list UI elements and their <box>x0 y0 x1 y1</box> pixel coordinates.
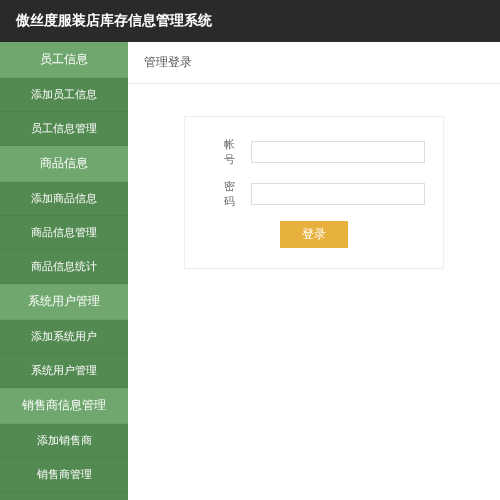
sidebar-group-sysuser[interactable]: 系统用户管理 <box>0 284 128 320</box>
sidebar-item-add-product[interactable]: 添加商品信息 <box>0 182 128 216</box>
main-container: 员工信息 添加员工信息 员工信息管理 商品信息 添加商品信息 商品信息管理 商品… <box>0 42 500 500</box>
app-header: 傲丝度服装店库存信息管理系统 <box>0 0 500 42</box>
sidebar-group-vendor[interactable]: 销售商信息管理 <box>0 388 128 424</box>
sidebar-item-manage-product[interactable]: 商品信息管理 <box>0 216 128 250</box>
login-button[interactable]: 登录 <box>280 221 348 248</box>
sidebar-item-add-vendor[interactable]: 添加销售商 <box>0 424 128 458</box>
form-row-password: 密 码 <box>203 179 425 209</box>
password-label: 密 码 <box>203 179 251 209</box>
account-input[interactable] <box>251 141 425 163</box>
sidebar-group-employee[interactable]: 员工信息 <box>0 42 128 78</box>
main-content: 管理登录 帐 号 密 码 登录 <box>128 42 500 500</box>
account-label: 帐 号 <box>203 137 251 167</box>
sidebar: 员工信息 添加员工信息 员工信息管理 商品信息 添加商品信息 商品信息管理 商品… <box>0 42 128 500</box>
sidebar-item-add-sysuser[interactable]: 添加系统用户 <box>0 320 128 354</box>
sidebar-item-stats-product[interactable]: 商品信息统计 <box>0 250 128 284</box>
sidebar-group-product[interactable]: 商品信息 <box>0 146 128 182</box>
login-form: 帐 号 密 码 登录 <box>184 116 444 269</box>
sidebar-item-add-employee[interactable]: 添加员工信息 <box>0 78 128 112</box>
sidebar-item-manage-vendor[interactable]: 销售商管理 <box>0 458 128 492</box>
button-row: 登录 <box>203 221 425 248</box>
panel-title: 管理登录 <box>128 42 500 84</box>
sidebar-item-manage-employee[interactable]: 员工信息管理 <box>0 112 128 146</box>
app-title: 傲丝度服装店库存信息管理系统 <box>16 12 212 28</box>
password-input[interactable] <box>251 183 425 205</box>
form-row-account: 帐 号 <box>203 137 425 167</box>
sidebar-item-manage-sysuser[interactable]: 系统用户管理 <box>0 354 128 388</box>
